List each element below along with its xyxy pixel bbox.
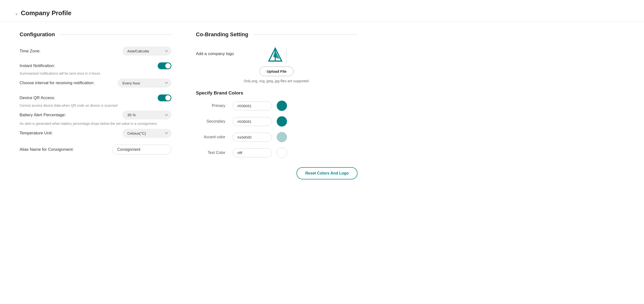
battery-alert-row: Battery Alert Percentage: 10 % 20 % 35 %… xyxy=(20,110,172,126)
temperature-unit-label: Temperature Unit: xyxy=(20,131,53,136)
primary-color-input[interactable] xyxy=(232,101,272,110)
upload-file-button[interactable]: Upload File xyxy=(260,66,294,76)
config-section-line xyxy=(60,34,172,35)
primary-color-row: Primary xyxy=(196,100,358,111)
primary-color-label: Primary xyxy=(196,104,228,108)
device-qr-sublabel: Cannot access device data when QR code o… xyxy=(20,103,117,108)
instant-notification-slider xyxy=(158,62,172,69)
accent-color-row: Accent color xyxy=(196,132,358,142)
instant-notification-toggle[interactable] xyxy=(158,62,172,69)
config-section-header: Configuration xyxy=(20,31,172,38)
page-wrapper: ⌄ Company Profile Configuration Time Zon… xyxy=(0,0,644,304)
battery-alert-sublabel: An alert is generated when battery perce… xyxy=(20,122,158,126)
company-logo-svg xyxy=(267,46,284,64)
secondary-color-row: Secondary xyxy=(196,116,358,126)
secondary-color-input[interactable] xyxy=(232,117,272,126)
upload-sublabel: Only png, svg, jpeg, jpg files are suppo… xyxy=(244,79,310,83)
logo-divider xyxy=(286,48,287,62)
battery-alert-select[interactable]: 10 % 20 % 35 % 50 % xyxy=(122,110,172,120)
device-qr-row: Device QR Access: Cannot access device d… xyxy=(20,94,172,108)
text-color-input[interactable] xyxy=(232,148,272,158)
cobranding-section-header: Co-Branding Setting xyxy=(196,31,358,38)
device-qr-slider xyxy=(158,94,172,101)
reset-colors-logo-button[interactable]: Reset Colors And Logo xyxy=(296,167,358,180)
instant-notification-row: Instant Notification: Summarized notific… xyxy=(20,62,172,76)
page-title: Company Profile xyxy=(21,9,72,17)
timezone-row: Time Zone: Asia/Calcutta UTC America/New… xyxy=(20,46,172,56)
text-color-swatch[interactable] xyxy=(277,148,287,158)
notification-interval-row: Choose interval for receiving notificati… xyxy=(20,78,172,88)
notification-interval-label: Choose interval for receiving notificati… xyxy=(20,80,94,86)
timezone-select[interactable]: Asia/Calcutta UTC America/New_York Europ… xyxy=(122,46,172,56)
cobranding-section-line xyxy=(253,34,358,35)
battery-alert-top: Battery Alert Percentage: 10 % 20 % 35 %… xyxy=(20,110,172,120)
instant-notification-top: Instant Notification: xyxy=(20,62,172,69)
logo-preview xyxy=(267,46,287,64)
logo-upload-area: Upload File Only png, svg, jpeg, jpg fil… xyxy=(244,46,310,83)
device-qr-top: Device QR Access: xyxy=(20,94,172,101)
notification-interval-select[interactable]: Every hour Every 2 hours Every 4 hours E… xyxy=(118,78,172,88)
primary-color-swatch[interactable] xyxy=(277,100,287,111)
accent-color-swatch[interactable] xyxy=(277,132,287,142)
secondary-color-swatch[interactable] xyxy=(277,116,287,126)
temperature-unit-select[interactable]: Celsius(°C) Fahrenheit(°F) xyxy=(122,129,172,138)
cobranding-section-title: Co-Branding Setting xyxy=(196,31,248,38)
alias-name-label: Alias Name for Consignment: xyxy=(20,147,74,152)
text-color-label: Text Color xyxy=(196,150,228,155)
accent-color-input[interactable] xyxy=(232,133,272,142)
reset-row: Reset Colors And Logo xyxy=(196,163,358,180)
text-color-row: Text Color xyxy=(196,148,358,158)
secondary-color-label: Secondary xyxy=(196,119,228,124)
timezone-label: Time Zone: xyxy=(20,49,40,54)
alias-name-row: Alias Name for Consignment: xyxy=(20,145,172,154)
company-profile-header: ⌄ Company Profile xyxy=(0,5,644,22)
instant-notification-sublabel: Summarized notifications will be sent on… xyxy=(20,71,100,76)
device-qr-label: Device QR Access: xyxy=(20,96,55,100)
right-panel: Co-Branding Setting Add a company logo xyxy=(186,31,358,180)
temperature-unit-row: Temperature Unit: Celsius(°C) Fahrenheit… xyxy=(20,129,172,138)
battery-alert-label: Battery Alert Percentage: xyxy=(20,112,66,118)
logo-label: Add a company logo xyxy=(196,46,234,56)
device-qr-toggle[interactable] xyxy=(158,94,172,101)
brand-colors-title: Specify Brand Colors xyxy=(196,90,358,96)
chevron-down-icon[interactable]: ⌄ xyxy=(15,10,18,16)
instant-notification-label: Instant Notification: xyxy=(20,64,55,68)
alias-name-input[interactable] xyxy=(112,145,172,154)
accent-color-label: Accent color xyxy=(196,135,228,139)
main-content: Configuration Time Zone: Asia/Calcutta U… xyxy=(0,22,644,189)
config-section-title: Configuration xyxy=(20,31,55,38)
logo-section: Add a company logo Upload File Only png,… xyxy=(196,46,358,83)
left-panel: Configuration Time Zone: Asia/Calcutta U… xyxy=(20,31,186,180)
